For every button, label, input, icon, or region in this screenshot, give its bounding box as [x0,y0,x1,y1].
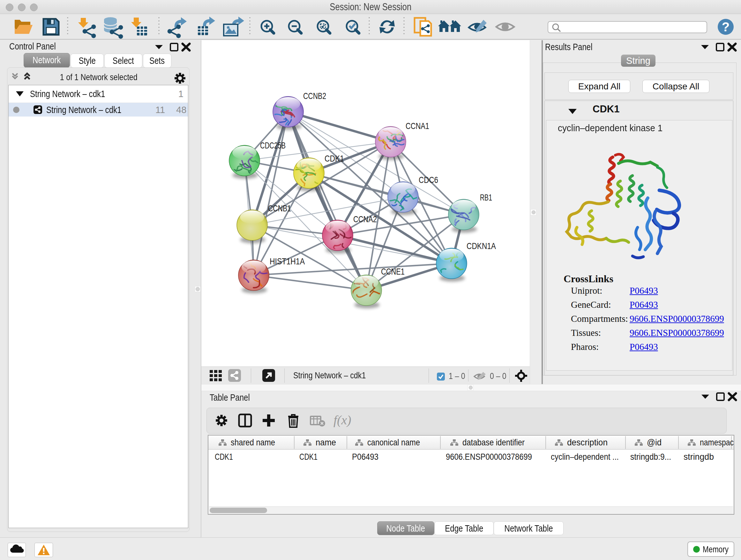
svg-text:@id: @id [647,437,662,447]
svg-text:CDK1: CDK1 [325,153,344,164]
svg-text:CDC25B: CDC25B [260,140,286,150]
svg-text:cyclin–dependent ...: cyclin–dependent ... [551,452,619,462]
svg-text:RB1: RB1 [480,192,492,202]
svg-text:namespac: namespac [700,437,734,447]
svg-text:CCNA2: CCNA2 [353,214,377,224]
svg-text:CDK1: CDK1 [299,452,318,462]
svg-text:CCNB2: CCNB2 [303,91,326,101]
svg-text:P06493: P06493 [352,452,379,462]
svg-text:CDC6: CDC6 [419,175,438,185]
svg-text:description: description [567,437,608,447]
svg-text:CDK1: CDK1 [215,452,233,462]
svg-text:stringdb:9...: stringdb:9... [630,452,671,462]
svg-text:shared name: shared name [231,437,275,447]
svg-text:canonical name: canonical name [367,437,420,447]
svg-text:database identifier: database identifier [462,437,525,447]
svg-text:name: name [316,437,336,447]
svg-text:CCNA1: CCNA1 [406,121,429,131]
svg-text:HIST1H1A: HIST1H1A [270,256,305,266]
svg-text:CDKN1A: CDKN1A [467,241,496,251]
svg-text:9606.ENSP00000378699: 9606.ENSP00000378699 [446,452,532,462]
svg-text:CCNE1: CCNE1 [381,266,405,276]
svg-text:stringdb: stringdb [684,452,714,462]
svg-text:?: ? [722,20,730,34]
svg-text:CCNB1: CCNB1 [268,203,291,213]
